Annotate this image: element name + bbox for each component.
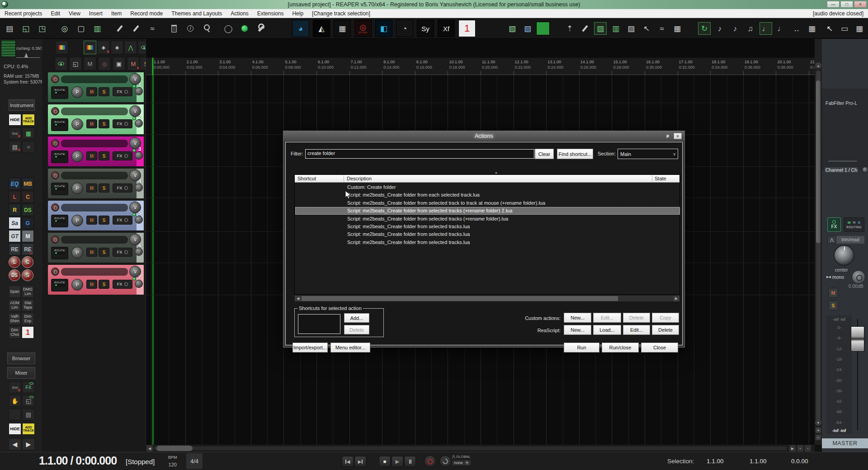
fx-button[interactable]: FX [113, 119, 132, 128]
timeline-ruler[interactable]: 1.1.000:00.0002.1.000:02.0003.1.000:04.0… [146, 58, 815, 75]
menu-item-record-mode[interactable]: Record mode [130, 10, 163, 17]
cursor-wave-icon[interactable]: ↖ [640, 22, 653, 35]
action-row[interactable]: Script: me2beats_Create folder from sele… [295, 230, 680, 238]
fx-power-icon[interactable] [832, 220, 836, 224]
fx-shortcut-span[interactable]: Span [9, 286, 21, 298]
master-routing-button[interactable]: MRS ROUTING [844, 217, 864, 232]
solo-button[interactable]: S [99, 280, 109, 289]
render-icon[interactable]: ▥ [90, 21, 104, 36]
action-row[interactable]: Script: me2beats_Create folder from sele… [295, 207, 680, 215]
menu-item-actions[interactable]: Actions [231, 10, 248, 17]
monitor-enable-icon[interactable] [238, 21, 251, 36]
hide-button-2[interactable]: HIDE [9, 423, 21, 435]
reset-mute-icon[interactable]: M× [127, 57, 140, 70]
route-button[interactable]: ROUTE [51, 150, 68, 163]
open-project-icon[interactable]: ◳ [35, 21, 49, 36]
record-arm-knob[interactable] [51, 203, 59, 212]
ruler-label[interactable]: 11.1.000:20.000 [482, 59, 498, 70]
master-label[interactable]: MASTER [822, 438, 868, 448]
solo-button[interactable]: S [99, 248, 109, 257]
minimize-button[interactable]: — [827, 1, 840, 8]
mute-all-icon[interactable]: M [84, 57, 96, 70]
fx-button[interactable]: FX [113, 280, 132, 289]
fx-button[interactable]: FX [113, 248, 132, 257]
mouse-cursor-icon[interactable]: ↖ [823, 22, 836, 35]
fx-shortcut-gt[interactable]: GT [9, 230, 21, 242]
stop-button[interactable]: ■ [379, 456, 391, 467]
route-button[interactable]: ROUTE [51, 247, 68, 259]
loop-source-icon[interactable]: ↻ [698, 22, 711, 35]
reascript-load-button[interactable]: Load... [593, 325, 621, 335]
fx-shortcut-circle-ds[interactable]: DS [9, 269, 20, 281]
pencil-wave-icon[interactable] [129, 21, 143, 36]
track-name-field[interactable] [61, 108, 128, 115]
blank-slot[interactable] [9, 409, 21, 420]
track-6[interactable]: VROUTEPMSFX6 [48, 233, 144, 263]
ruler-label[interactable]: 17.1.000:32.000 [679, 59, 695, 70]
route-button[interactable]: ROUTE [51, 86, 68, 99]
remove-send-icon[interactable]: Snd× [9, 127, 21, 139]
mute-button[interactable]: M [86, 183, 97, 193]
fx-shortcut-dim-exp[interactable]: DimExp [22, 313, 34, 325]
remove-send-icon[interactable]: Snd× [9, 381, 21, 393]
plugin-clock-icon[interactable]: ◔ [396, 20, 413, 37]
track-name-field[interactable] [61, 204, 128, 212]
menu-item-item[interactable]: Item [111, 10, 122, 17]
pan-knob[interactable]: P [71, 118, 83, 130]
scroll-down-button[interactable]: ▼ [815, 419, 821, 426]
menu-item-extensions[interactable]: Extensions [257, 10, 284, 17]
master-mute-button[interactable]: M [828, 288, 838, 298]
hatch-icon[interactable]: ▨ [625, 22, 637, 35]
search-icon[interactable] [200, 21, 213, 36]
virtual-keyboard-icon[interactable]: ▦ [853, 22, 866, 35]
record-arm-knob[interactable] [51, 268, 59, 276]
mute-button[interactable]: M [86, 87, 97, 96]
solo-button[interactable]: S [99, 183, 109, 193]
fx-shortcut-ds[interactable]: DS [22, 204, 34, 216]
track-1[interactable]: VROUTEPMSFX1 [48, 72, 144, 102]
custom-edit-button[interactable]: Edit... [593, 313, 621, 323]
ruler-label[interactable]: 15.1.000:28.000 [613, 59, 629, 70]
track-2[interactable]: VROUTEPMSFX2 [48, 104, 144, 134]
route-button[interactable]: ROUTE [51, 215, 68, 227]
ruler-label[interactable]: 18.1.000:34.000 [712, 59, 727, 70]
mute-button[interactable]: M [86, 280, 97, 289]
add-shortcut-button[interactable]: Add... [344, 313, 369, 323]
selection-start[interactable]: 1.1.00 [707, 458, 724, 465]
fx-shortcut-g[interactable]: G [22, 217, 34, 229]
clear-button[interactable]: Clear [535, 149, 554, 159]
plugin-serum-icon[interactable]: ◧ [375, 20, 392, 37]
plugin-xfer-icon[interactable]: Xf [438, 20, 455, 37]
fx-shortcut-dim-choi[interactable]: DimChoi [9, 326, 21, 338]
env-knob[interactable] [135, 280, 143, 288]
fx-shortcut-valh-shim[interactable]: ValhShim [9, 313, 21, 325]
pan-knob[interactable]: P [71, 86, 83, 98]
next-arrow-button[interactable]: ▶ [22, 438, 35, 450]
pin-icon[interactable] [665, 133, 672, 139]
master-fx-button[interactable]: FX [827, 217, 841, 232]
env-knob[interactable] [135, 119, 143, 127]
color-palette-icon[interactable] [84, 41, 96, 54]
fx-button[interactable]: FX [113, 151, 132, 160]
action-row[interactable]: Script: me2beats_Create folder from sele… [295, 223, 680, 230]
scroll-right-icon[interactable]: ▶ [673, 296, 679, 301]
hscroll-thumb[interactable] [156, 446, 193, 451]
pause-button[interactable] [404, 456, 416, 467]
fx-shortcut-circle-c[interactable]: C [22, 256, 33, 268]
menu-item-change-track-selection[interactable]: [Change track selection] [312, 10, 370, 17]
pencil-icon[interactable] [113, 21, 127, 36]
chevron-down-icon[interactable]: ▼ [465, 461, 469, 465]
section-dropdown[interactable]: Main∨ [618, 149, 678, 159]
pan-knob[interactable]: P [71, 150, 83, 162]
track-name-field[interactable] [61, 140, 128, 147]
fx-shortcut-1[interactable]: 1 [22, 326, 34, 338]
filter-input[interactable]: create folder [305, 149, 534, 159]
time-signature[interactable]: 4/4 [186, 453, 203, 469]
plugin-komplete-icon[interactable]: ◕ [292, 20, 309, 37]
env-knob[interactable] [135, 183, 143, 192]
mixer-block-icon[interactable] [536, 22, 550, 35]
fx-shortcut-r[interactable]: R [9, 204, 21, 216]
menu-item-edit[interactable]: Edit [51, 10, 60, 17]
custom-delete-button[interactable]: Delete [623, 313, 650, 323]
action-list[interactable]: Shortcut Description State Custom: Creat… [294, 174, 680, 295]
